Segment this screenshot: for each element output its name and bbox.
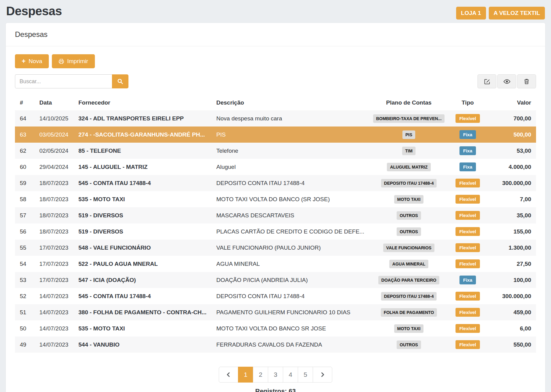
search-button[interactable] <box>112 74 128 88</box>
account-plan-badge: DOAÇÃO PARA TERCEIRO <box>378 276 439 284</box>
type-badge: Flexível <box>456 179 480 187</box>
table-row[interactable]: 5918/07/2023545 - CONTA ITAU 17488-4DEPO… <box>15 175 536 191</box>
row-date: 29/04/2024 <box>37 159 76 175</box>
table-row[interactable]: 5818/07/2023535 - MOTO TAXIMOTO TAXI VOL… <box>15 191 536 207</box>
table-row[interactable]: 5618/07/2023519 - DIVERSOSPLACAS CARTÃO … <box>15 223 536 240</box>
row-supplier: 519 - DIVERSOS <box>76 223 214 240</box>
search-row <box>15 74 536 88</box>
row-type: Fixa <box>450 143 486 159</box>
table-row[interactable]: 6414/10/2025324 - ADL TRANSPORTES EIRELI… <box>15 110 536 127</box>
column-header: # <box>15 96 37 110</box>
table-row[interactable]: 5214/07/2023545 - CONTA ITAU 17488-4DEPO… <box>15 288 536 304</box>
table-row[interactable]: 5317/07/2023547 - ICIA (DOAÇÃO)DOAÇÃO P/… <box>15 272 536 288</box>
row-account-plan: OUTROS <box>368 207 450 223</box>
row-account-plan: TIM <box>368 143 450 159</box>
table-row[interactable]: 4914/07/2023544 - VANUBIOFERRADURAS CAVA… <box>15 337 536 353</box>
row-value: 500,00 <box>486 127 536 143</box>
table-row[interactable]: 5417/07/2023522 - PAULO AGUA MNERALAGUA … <box>15 256 536 272</box>
row-description: PIS <box>214 127 368 143</box>
row-date: 18/07/2023 <box>37 175 76 191</box>
table-row[interactable]: 6303/05/2024274 - -SACOLITAS-GARANHUNS-A… <box>15 127 536 143</box>
row-id: 63 <box>15 127 37 143</box>
page-header: Despesas LOJA 1 A VELOZ TEXTIL <box>0 0 551 22</box>
row-account-plan: FOLHA DE PAGAMENTO <box>368 304 450 320</box>
store-badge-loja[interactable]: LOJA 1 <box>456 7 486 20</box>
search-input[interactable] <box>15 74 112 88</box>
row-id: 52 <box>15 288 37 304</box>
row-account-plan: DOAÇÃO PARA TERCEIRO <box>368 272 450 288</box>
row-description: VALE FUNCIONARIO (PAULO JUNIOR) <box>214 240 368 256</box>
row-description: Aluguel <box>214 159 368 175</box>
table-row[interactable]: 5014/07/2023535 - MOTO TAXIMOTO TAXI VOL… <box>15 320 536 337</box>
row-type: Flexível <box>450 223 486 240</box>
trash-icon <box>524 78 530 84</box>
header-badges: LOJA 1 A VELOZ TEXTIL <box>456 7 545 20</box>
row-supplier: 522 - PAULO AGUA MNERAL <box>76 256 214 272</box>
pagination-page-4[interactable]: 4 <box>283 367 298 383</box>
row-value: 300.000,00 <box>486 288 536 304</box>
row-date: 18/07/2023 <box>37 223 76 240</box>
row-action-buttons <box>477 74 536 88</box>
pagination-page-5[interactable]: 5 <box>298 367 313 383</box>
chevron-right-icon <box>320 372 325 377</box>
row-description: Nova despesa muito cara <box>214 110 368 127</box>
column-header: Tipo <box>450 96 486 110</box>
row-value: 7,00 <box>486 191 536 207</box>
row-description: PLACAS CARTÃO DE CREDITO E CODIGO DE DEF… <box>214 223 368 240</box>
row-account-plan: MOTO TAXI <box>368 320 450 337</box>
row-description: PAGAMENTO GUILHERM FUNCIONARIO 10 DIAS <box>214 304 368 320</box>
delete-button[interactable] <box>517 74 536 88</box>
row-id: 51 <box>15 304 37 320</box>
pagination-page-3[interactable]: 3 <box>268 367 283 383</box>
row-date: 03/05/2024 <box>37 127 76 143</box>
pagination-prev-button[interactable] <box>219 367 238 383</box>
pagination-next-button[interactable] <box>313 367 332 383</box>
account-plan-badge: OUTROS <box>397 227 421 236</box>
row-date: 14/07/2023 <box>37 304 76 320</box>
store-badge-company[interactable]: A VELOZ TEXTIL <box>489 7 545 20</box>
row-value: 6,00 <box>486 320 536 337</box>
row-description: MASCARAS DESCARTAVEIS <box>214 207 368 223</box>
row-value: 300.000,00 <box>486 175 536 191</box>
row-supplier: 548 - VALE FUNCIONÁRIO <box>76 240 214 256</box>
row-account-plan: VALE FUNCIONARIOS <box>368 240 450 256</box>
pagination: 12345 <box>219 367 332 383</box>
type-badge: Flexível <box>456 114 480 123</box>
row-supplier: 544 - VANUBIO <box>76 337 214 353</box>
new-expense-button[interactable]: + Nova <box>15 54 49 68</box>
row-id: 58 <box>15 191 37 207</box>
row-description: DOAÇÃO P/ICIA (ANDREIA JULIA) <box>214 272 368 288</box>
table-row[interactable]: 5517/07/2023548 - VALE FUNCIONÁRIOVALE F… <box>15 240 536 256</box>
search-icon <box>117 78 123 84</box>
table-row[interactable]: 6029/04/2024145 - ALUGUEL - MATRIZAlugue… <box>15 159 536 175</box>
edit-button[interactable] <box>477 74 496 88</box>
pagination-wrap: 12345 <box>15 367 536 383</box>
table-header-row: #DataFornecedorDescriçãoPlano de ContasT… <box>15 96 536 110</box>
table-row[interactable]: 5718/07/2023519 - DIVERSOSMASCARAS DESCA… <box>15 207 536 223</box>
print-button[interactable]: Imprimir <box>52 54 95 68</box>
table-row[interactable]: 5114/07/2023380 - FOLHA DE PAGAMENTO - C… <box>15 304 536 320</box>
pagination-page-1[interactable]: 1 <box>238 367 253 383</box>
type-badge: Flexível <box>456 227 480 236</box>
row-account-plan: MOTO TAXI <box>368 191 450 207</box>
row-type: Flexível <box>450 175 486 191</box>
type-badge: Flexível <box>456 324 480 333</box>
type-badge: Flexível <box>456 340 480 349</box>
column-header: Data <box>37 96 76 110</box>
row-value: 155,00 <box>486 223 536 240</box>
view-button[interactable] <box>497 74 516 88</box>
type-badge: Flexível <box>456 308 480 317</box>
row-id: 60 <box>15 159 37 175</box>
expenses-card: Despesas + Nova Imprimir <box>5 23 546 392</box>
row-date: 17/07/2023 <box>37 272 76 288</box>
pagination-page-2[interactable]: 2 <box>253 367 268 383</box>
account-plan-badge: TIM <box>402 147 416 155</box>
row-type: Flexível <box>450 256 486 272</box>
type-badge: Flexível <box>456 211 480 220</box>
table-row[interactable]: 6202/05/202485 - TELEFONETelefoneTIMFixa… <box>15 143 536 159</box>
row-value: 550,00 <box>486 337 536 353</box>
row-description: Telefone <box>214 143 368 159</box>
row-description: MOTO TAXI VOLTA DO BANCO SR JOSE <box>214 320 368 337</box>
row-supplier: 324 - ADL TRANSPORTES EIRELI EPP <box>76 110 214 127</box>
row-account-plan: DEPOSITO ITAU 17488-4 <box>368 288 450 304</box>
